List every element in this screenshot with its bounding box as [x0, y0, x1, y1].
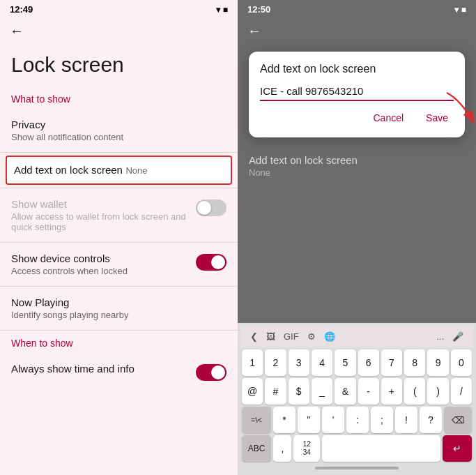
left-back-button[interactable]: ← — [0, 17, 238, 45]
kb-key-star[interactable]: * — [273, 407, 295, 433]
wifi-icon: ▾ — [216, 5, 220, 15]
kb-key-1234[interactable]: 1234 — [293, 435, 320, 462]
kb-key-4[interactable]: 4 — [312, 349, 332, 376]
privacy-item[interactable]: Privacy Show all notification content — [0, 110, 238, 151]
kb-row-symbols: @ # $ _ & - + ( ) / — [242, 378, 472, 405]
save-button[interactable]: Save — [420, 110, 454, 126]
right-add-text-sub: None — [249, 167, 465, 178]
kb-emoji-btn[interactable]: 🖼 — [262, 330, 279, 343]
show-wallet-sub: Allow access to wallet from lock screen … — [11, 211, 194, 232]
always-show-toggle[interactable] — [196, 364, 227, 381]
always-show-text: Always show time and info — [11, 363, 194, 375]
kb-key-6[interactable]: 6 — [358, 349, 379, 376]
kb-key-dquote[interactable]: " — [298, 407, 320, 433]
kb-key-colon[interactable]: : — [346, 407, 369, 433]
kb-key-7[interactable]: 7 — [381, 349, 402, 376]
section-when-to-show[interactable]: When to show — [0, 332, 238, 354]
dialog-box: Add text on lock screen Cancel Save — [249, 52, 465, 137]
kb-key-3[interactable]: 3 — [289, 349, 309, 376]
kb-settings-btn[interactable]: ⚙ — [303, 330, 320, 343]
show-wallet-item[interactable]: Show wallet Allow access to wallet from … — [0, 190, 238, 241]
kb-key-space[interactable] — [322, 435, 440, 462]
add-text-sub: None — [125, 165, 147, 176]
right-battery-icon: ■ — [461, 5, 466, 15]
kb-key-hash[interactable]: # — [265, 378, 286, 405]
left-time: 12:49 — [10, 4, 33, 15]
right-status-icons: ▾ ■ — [454, 5, 466, 15]
lock-screen-text-input[interactable] — [260, 85, 454, 97]
kb-key-rparen[interactable]: ) — [427, 378, 448, 405]
kb-key-slash[interactable]: / — [451, 378, 472, 405]
show-wallet-text: Show wallet Allow access to wallet from … — [11, 198, 194, 232]
kb-key-1[interactable]: 1 — [242, 349, 263, 376]
right-panel: 12:50 ▾ ■ ← Add text on lock screen — [238, 0, 476, 475]
kb-key-lparen[interactable]: ( — [404, 378, 425, 405]
kb-key-0[interactable]: 0 — [451, 349, 472, 376]
kb-back-btn[interactable]: ❮ — [246, 330, 262, 343]
kb-key-dollar[interactable]: $ — [289, 378, 309, 405]
kb-key-question[interactable]: ? — [420, 407, 442, 433]
kb-key-squote[interactable]: ' — [322, 407, 344, 433]
battery-icon: ■ — [223, 5, 228, 15]
kb-key-backslash[interactable]: =\< — [242, 407, 271, 433]
dialog-title: Add text on lock screen — [260, 63, 454, 75]
divider-3 — [0, 242, 238, 243]
privacy-sub: Show all notification content — [11, 132, 227, 142]
right-add-text-item[interactable]: Add text on lock screen None — [238, 144, 476, 188]
show-wallet-title: Show wallet — [11, 198, 194, 210]
show-device-controls-item[interactable]: Show device controls Access controls whe… — [0, 244, 238, 285]
kb-key-ampersand[interactable]: & — [335, 378, 355, 405]
dialog-input-row — [260, 85, 454, 101]
kb-key-9[interactable]: 9 — [427, 349, 448, 376]
show-device-controls-sub: Access controls when locked — [11, 266, 194, 276]
kb-mic-btn[interactable]: 🎤 — [448, 330, 468, 343]
show-device-controls-toggle[interactable] — [196, 254, 227, 271]
now-playing-item[interactable]: Now Playing Identify songs playing nearb… — [0, 288, 238, 329]
cancel-button[interactable]: Cancel — [367, 110, 409, 126]
show-wallet-toggle[interactable] — [196, 199, 227, 216]
right-back-button[interactable]: ← — [238, 17, 476, 45]
kb-home-indicator — [315, 467, 399, 469]
keyboard: ❮ 🖼 GIF ⚙ 🌐 ... 🎤 1 2 3 4 5 6 7 8 9 0 @ … — [238, 323, 476, 475]
kb-translate-btn[interactable]: 🌐 — [320, 330, 339, 343]
right-add-text-title: Add text on lock screen — [249, 154, 465, 166]
page-title: Lock screen — [0, 45, 238, 88]
show-device-controls-text: Show device controls Access controls whe… — [11, 252, 194, 276]
kb-gif-btn[interactable]: GIF — [279, 330, 303, 343]
divider-4 — [0, 286, 238, 287]
divider-5 — [0, 330, 238, 331]
show-device-controls-title: Show device controls — [11, 252, 194, 264]
kb-key-8[interactable]: 8 — [404, 349, 425, 376]
kb-more-btn[interactable]: ... — [432, 330, 448, 343]
privacy-title: Privacy — [11, 119, 227, 130]
right-wifi-icon: ▾ — [454, 5, 459, 15]
kb-key-plus[interactable]: + — [381, 378, 402, 405]
kb-key-comma[interactable]: , — [273, 435, 291, 462]
left-status-bar: 12:49 ▾ ■ — [0, 0, 238, 17]
section-what-to-show[interactable]: What to show — [0, 88, 238, 110]
kb-key-at[interactable]: @ — [242, 378, 263, 405]
add-text-title: Add text on lock screen — [14, 164, 123, 176]
kb-key-exclaim[interactable]: ! — [395, 407, 417, 433]
always-show-item[interactable]: Always show time and info — [0, 354, 238, 389]
kb-row-more-symbols: =\< * " ' : ; ! ? ⌫ — [242, 407, 472, 433]
kb-bottom-bar — [240, 464, 473, 472]
always-show-title: Always show time and info — [11, 363, 194, 375]
left-status-icons: ▾ ■ — [216, 5, 228, 15]
divider-1 — [0, 152, 238, 153]
right-time: 12:50 — [247, 4, 270, 15]
kb-key-enter[interactable]: ↵ — [443, 435, 472, 462]
kb-row-bottom: ABC , 1234 ↵ — [242, 435, 472, 462]
kb-key-backspace[interactable]: ⌫ — [444, 407, 472, 433]
kb-key-underscore[interactable]: _ — [312, 378, 332, 405]
kb-key-abc[interactable]: ABC — [242, 435, 271, 462]
kb-key-5[interactable]: 5 — [335, 349, 355, 376]
divider-2 — [0, 188, 238, 188]
now-playing-sub: Identify songs playing nearby — [11, 310, 227, 320]
right-status-bar: 12:50 ▾ ■ — [238, 0, 476, 17]
kb-key-2[interactable]: 2 — [265, 349, 286, 376]
kb-key-semicolon[interactable]: ; — [371, 407, 393, 433]
kb-row-numbers: 1 2 3 4 5 6 7 8 9 0 — [242, 349, 472, 376]
add-text-item-highlighted[interactable]: Add text on lock screen None — [6, 156, 232, 185]
kb-key-minus[interactable]: - — [358, 378, 379, 405]
